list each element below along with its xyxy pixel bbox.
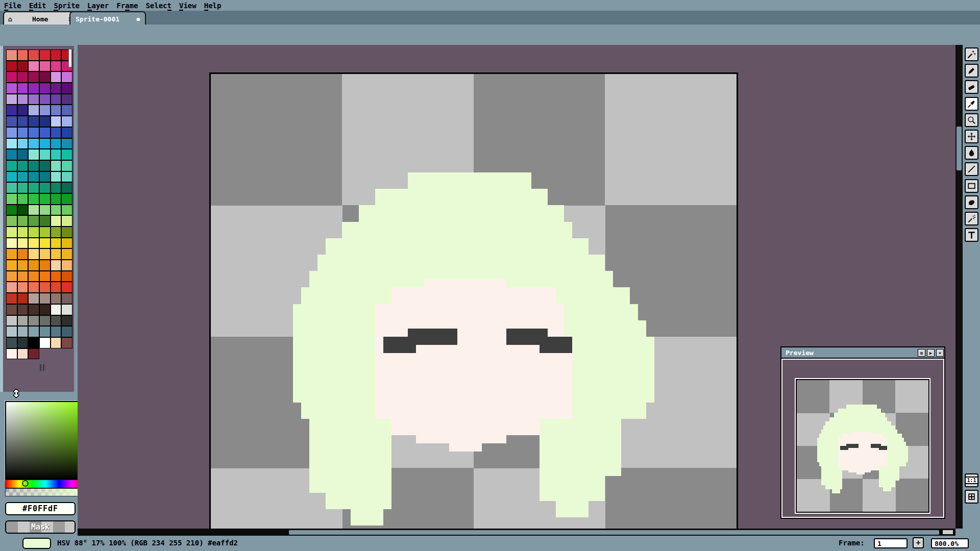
palette-swatch-r7-c5[interactable]: [61, 127, 72, 138]
palette-swatch-r13-c0[interactable]: [6, 193, 17, 205]
palette-swatch-r1-c0[interactable]: [6, 61, 17, 72]
palette-swatch-r19-c1[interactable]: [17, 260, 29, 271]
palette-swatch-r8-c1[interactable]: [17, 138, 29, 149]
palette-swatch-r25-c2[interactable]: [28, 326, 39, 337]
palette-swatch-r13-c3[interactable]: [39, 193, 51, 205]
palette-swatch-r16-c4[interactable]: [51, 227, 62, 238]
palette-swatch-r16-c1[interactable]: [17, 227, 29, 238]
palette-swatch-r4-c0[interactable]: [6, 94, 17, 105]
palette-swatch-r8-c4[interactable]: [51, 138, 62, 149]
palette-swatch-r6-c5[interactable]: [61, 116, 72, 127]
palette-swatch-r16-c0[interactable]: [6, 227, 17, 238]
palette-swatch-r21-c4[interactable]: [51, 282, 62, 293]
palette-swatch-r18-c0[interactable]: [6, 248, 17, 260]
palette-swatch-r23-c2[interactable]: [28, 304, 39, 315]
palette-swatch-r8-c3[interactable]: [39, 138, 51, 149]
palette-swatch-r9-c1[interactable]: [17, 149, 29, 160]
menu-help[interactable]: Help: [204, 2, 222, 10]
palette-swatch-r0-c3[interactable]: [39, 49, 51, 61]
palette-swatch-r21-c5[interactable]: [61, 282, 72, 293]
palette-swatch-r11-c4[interactable]: [51, 171, 62, 183]
contour-tool-button[interactable]: [965, 195, 978, 209]
menu-select[interactable]: Select: [145, 2, 172, 10]
mask-color-button[interactable]: Mask: [5, 520, 76, 534]
palette-swatch-r26-c3[interactable]: [39, 337, 51, 348]
line-tool-button[interactable]: [965, 162, 978, 176]
palette-swatch-r24-c5[interactable]: [61, 315, 72, 327]
text-tool-button[interactable]: [965, 228, 978, 242]
palette-swatch-r12-c0[interactable]: [6, 182, 17, 193]
palette-swatch-r13-c1[interactable]: [17, 193, 29, 205]
palette-swatch-r25-c0[interactable]: [6, 326, 17, 337]
palette-swatch-r15-c2[interactable]: [28, 215, 39, 227]
palette-swatch-r10-c1[interactable]: [17, 160, 29, 171]
menu-edit[interactable]: Edit: [29, 2, 46, 10]
saturation-value-handle-icon[interactable]: ↕: [12, 385, 23, 402]
palette-swatch-r19-c3[interactable]: [39, 260, 51, 271]
palette-swatch-r5-c2[interactable]: [28, 105, 39, 116]
palette-swatch-r1-c3[interactable]: [39, 61, 51, 72]
magic-wand-tool-button[interactable]: [965, 47, 978, 61]
palette-swatch-r23-c1[interactable]: [17, 304, 29, 315]
palette-swatch-r4-c1[interactable]: [17, 94, 29, 105]
palette-swatch-r17-c1[interactable]: [17, 238, 29, 249]
palette-swatch-r23-c0[interactable]: [6, 304, 17, 315]
tab-sprite-0001[interactable]: Sprite-0001 ●: [69, 11, 146, 26]
palette-swatch-r1-c2[interactable]: [28, 61, 39, 72]
palette-swatch-r17-c5[interactable]: [61, 238, 72, 249]
pencil-tool-button[interactable]: [965, 64, 978, 78]
palette-swatch-r27-c2[interactable]: [28, 348, 39, 360]
menu-sprite[interactable]: Sprite: [54, 2, 80, 10]
palette-swatch-r19-c4[interactable]: [51, 260, 62, 271]
palette-swatch-r21-c1[interactable]: [17, 282, 29, 293]
preview-center-button[interactable]: ⊞: [918, 349, 925, 357]
palette-swatch-r14-c3[interactable]: [39, 205, 51, 216]
palette-swatch-r22-c3[interactable]: [39, 293, 51, 304]
palette-swatch-r24-c3[interactable]: [39, 315, 51, 327]
palette-swatch-r12-c4[interactable]: [51, 182, 62, 193]
palette-swatch-r3-c2[interactable]: [28, 83, 39, 94]
palette-swatch-r17-c3[interactable]: [39, 238, 51, 249]
palette-swatch-r11-c0[interactable]: [6, 171, 17, 183]
palette-swatch-r25-c3[interactable]: [39, 326, 51, 337]
palette-swatch-r9-c4[interactable]: [51, 149, 62, 160]
palette-swatch-r24-c2[interactable]: [28, 315, 39, 327]
palette-swatch-r18-c1[interactable]: [17, 248, 29, 260]
hex-color-input[interactable]: #F0FFdF: [5, 502, 76, 515]
palette-swatch-r3-c5[interactable]: [61, 83, 72, 94]
palette-swatch-r11-c3[interactable]: [39, 171, 51, 183]
palette-swatch-r2-c3[interactable]: [39, 71, 51, 83]
palette-swatch-r20-c1[interactable]: [17, 271, 29, 282]
palette-swatch-r11-c1[interactable]: [17, 171, 29, 183]
palette-swatch-r4-c4[interactable]: [51, 94, 62, 105]
palette-swatch-r15-c3[interactable]: [39, 215, 51, 227]
palette-swatch-r13-c2[interactable]: [28, 193, 39, 205]
palette-swatch-r12-c3[interactable]: [39, 182, 51, 193]
palette-swatch-r25-c5[interactable]: [61, 326, 72, 337]
palette-swatch-r27-c0[interactable]: [6, 348, 17, 360]
palette-swatch-r12-c2[interactable]: [28, 182, 39, 193]
palette-swatch-r5-c1[interactable]: [17, 105, 29, 116]
zoom-1-1-button[interactable]: 1:1: [965, 473, 978, 487]
palette-swatch-r8-c2[interactable]: [28, 138, 39, 149]
palette-swatch-r5-c3[interactable]: [39, 105, 51, 116]
palette-swatch-r4-c3[interactable]: [39, 94, 51, 105]
frame-number-input[interactable]: 1: [874, 538, 908, 548]
menu-file[interactable]: File: [4, 2, 21, 10]
palette-swatch-r19-c0[interactable]: [6, 260, 17, 271]
menu-frame[interactable]: Frame: [116, 2, 138, 10]
palette-swatch-r20-c0[interactable]: [6, 271, 17, 282]
eraser-tool-button[interactable]: [965, 80, 978, 94]
palette-swatch-r7-c4[interactable]: [51, 127, 62, 138]
palette-swatch-r9-c2[interactable]: [28, 149, 39, 160]
palette-swatch-r19-c2[interactable]: [28, 260, 39, 271]
zoom-level-input[interactable]: 800.0%: [931, 538, 969, 548]
palette-swatch-r13-c5[interactable]: [61, 193, 72, 205]
palette-swatch-r3-c0[interactable]: [6, 83, 17, 94]
palette-swatch-r27-c1[interactable]: [17, 348, 29, 360]
palette-swatch-r14-c1[interactable]: [17, 205, 29, 216]
palette-swatch-r24-c0[interactable]: [6, 315, 17, 327]
palette-swatch-r11-c5[interactable]: [61, 171, 72, 183]
palette-swatch-r22-c4[interactable]: [51, 293, 62, 304]
palette-swatch-r15-c0[interactable]: [6, 215, 17, 227]
